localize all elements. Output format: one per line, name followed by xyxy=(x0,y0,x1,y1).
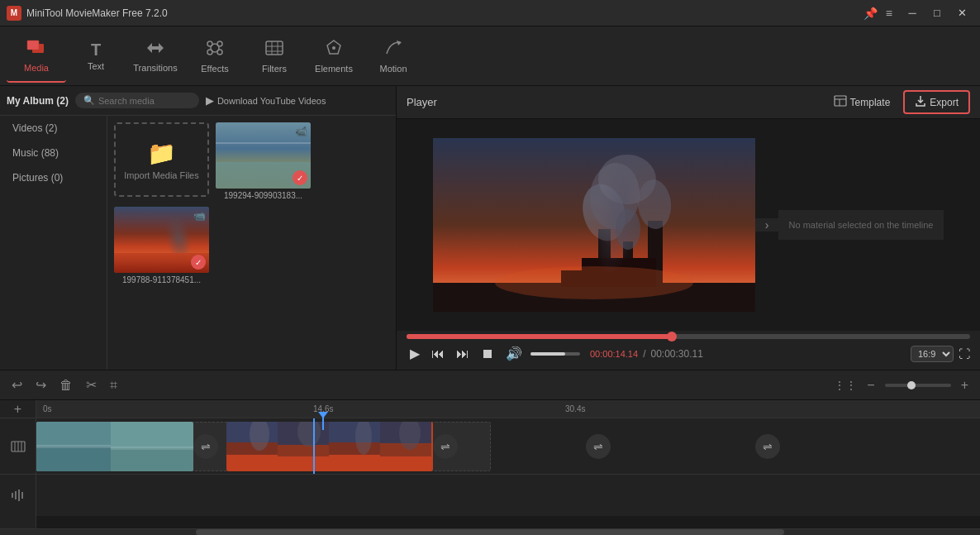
svg-rect-2 xyxy=(27,41,39,50)
app-title: MiniTool MovieMaker Free 7.2.0 xyxy=(26,7,168,19)
toolbar-item-media[interactable]: Media xyxy=(7,30,66,83)
zoom-thumb xyxy=(907,381,916,389)
toolbar-item-effects[interactable]: Effects xyxy=(185,30,245,83)
search-input[interactable] xyxy=(98,96,181,106)
content-area: Videos (2) Music (88) Pictures (0) 📁 Imp… xyxy=(0,116,396,370)
motion-icon xyxy=(383,39,403,60)
timeline-tracks: 0s 14.6s 30.4s xyxy=(36,400,980,528)
pin-icon[interactable]: 📌 xyxy=(863,7,878,20)
clip-fire-frame-1 xyxy=(226,422,278,471)
volume-control[interactable] xyxy=(530,352,580,356)
svg-point-7 xyxy=(217,50,222,55)
effects-icon xyxy=(205,39,225,60)
clip-water[interactable] xyxy=(36,422,193,471)
download-youtube-button[interactable]: ▶ Download YouTube Videos xyxy=(206,94,326,107)
add-track-button[interactable]: + xyxy=(0,400,36,418)
timeline: ↩ ↪ 🗑 ✂ ⌗ ⋮⋮ − + + xyxy=(0,370,980,535)
svg-rect-47 xyxy=(278,456,329,471)
minimize-button[interactable]: ─ xyxy=(901,4,924,22)
clip-fire-frame-3 xyxy=(329,422,380,471)
zoom-slider[interactable] xyxy=(885,384,951,387)
svg-rect-20 xyxy=(598,229,611,287)
sidebar-item-pictures[interactable]: Pictures (0) xyxy=(0,165,107,190)
svg-rect-21 xyxy=(623,241,633,287)
toolbar-item-elements[interactable]: Elements xyxy=(304,30,364,83)
check-badge-2: ✓ xyxy=(191,255,206,270)
volume-slider[interactable] xyxy=(530,352,580,356)
template-button[interactable]: Template xyxy=(827,92,897,112)
audio-track-icon xyxy=(0,475,36,516)
add-icon: + xyxy=(14,402,21,417)
zoom-in-button[interactable]: + xyxy=(956,375,973,396)
time-total: 00:00:30.11 xyxy=(650,348,702,360)
video-badge-2: 📹 xyxy=(193,210,206,222)
close-button[interactable]: ✕ xyxy=(950,4,973,22)
aspect-ratio-select[interactable]: 16:9 9:16 1:1 4:3 xyxy=(911,346,954,362)
undo-button[interactable]: ↩ xyxy=(7,374,27,396)
crop-button[interactable]: ⌗ xyxy=(105,375,122,396)
svg-rect-55 xyxy=(380,456,431,471)
export-icon xyxy=(915,95,926,109)
clip-fire-frame-4 xyxy=(380,422,431,471)
toolbar: Media T Text Transitions Effects xyxy=(0,26,980,86)
timeline-scrollbar[interactable] xyxy=(0,528,980,535)
video-frame xyxy=(433,138,755,312)
toolbar-item-filters[interactable]: Filters xyxy=(245,30,304,83)
template-icon xyxy=(834,95,847,109)
delete-button[interactable]: 🗑 xyxy=(55,375,78,396)
menu-icon[interactable]: ≡ xyxy=(881,7,897,20)
sidebar-item-videos[interactable]: Videos (2) xyxy=(0,116,107,141)
title-left: M MiniTool MovieMaker Free 7.2.0 xyxy=(7,6,168,21)
svg-point-26 xyxy=(616,208,640,250)
maximize-button[interactable]: □ xyxy=(925,4,949,22)
time-current: 00:00:14.14 xyxy=(590,349,638,359)
next-button[interactable]: ⏭ xyxy=(453,345,473,363)
scrollbar-thumb[interactable] xyxy=(196,529,784,535)
controls-row: ▶ ⏮ ⏭ ⏹ 🔊 00:00:14.14 / 00:00:30.11 xyxy=(407,344,970,363)
media-thumb-2[interactable]: 📹 ✓ 199788-911378451... xyxy=(114,207,209,284)
sidebar-item-music[interactable]: Music (88) xyxy=(0,141,107,165)
cut-button[interactable]: ✂ xyxy=(81,374,102,396)
clip-fire[interactable] xyxy=(226,422,433,471)
svg-point-5 xyxy=(217,41,222,46)
search-bar[interactable]: 🔍 xyxy=(75,93,199,108)
transition-button-1[interactable]: ⇌ xyxy=(193,434,218,459)
zoom-out-button[interactable]: − xyxy=(862,375,879,396)
clip-water-frame-1 xyxy=(36,422,111,471)
transition-button-4[interactable]: ⇌ xyxy=(755,434,780,459)
prev-button[interactable]: ⏮ xyxy=(428,345,448,363)
svg-point-4 xyxy=(207,41,212,46)
svg-point-30 xyxy=(495,266,693,299)
timeline-toolbar: ↩ ↪ 🗑 ✂ ⌗ ⋮⋮ − + xyxy=(0,370,980,400)
timeline-left-rail: + xyxy=(0,400,36,528)
side-panel-toggle[interactable]: › xyxy=(755,218,778,232)
mute-button[interactable]: 🔊 xyxy=(502,344,526,363)
time-ruler: 0s 14.6s 30.4s xyxy=(36,400,980,418)
chevron-right-icon: › xyxy=(765,218,769,232)
export-button[interactable]: Export xyxy=(903,90,970,114)
toolbar-item-text[interactable]: T Text xyxy=(66,30,126,83)
svg-rect-37 xyxy=(36,445,111,448)
transition-button-3[interactable]: ⇌ xyxy=(586,434,611,459)
stop-button[interactable]: ⏹ xyxy=(478,345,497,363)
redo-button[interactable]: ↪ xyxy=(31,374,51,396)
progress-bar[interactable] xyxy=(407,334,970,339)
svg-rect-51 xyxy=(329,455,380,471)
progress-fill xyxy=(407,334,672,339)
svg-point-14 xyxy=(332,46,335,50)
timeline-content: + 0s 14.6s 30.4s xyxy=(0,400,980,528)
toolbar-item-motion[interactable]: Motion xyxy=(364,30,423,83)
play-button[interactable]: ▶ xyxy=(407,344,423,363)
player-label: Player xyxy=(407,96,437,108)
toolbar-text-label: Text xyxy=(88,61,104,71)
import-label: Import Media Files xyxy=(124,170,198,180)
import-media-box[interactable]: 📁 Import Media Files xyxy=(114,122,209,197)
player-header: Player Template xyxy=(397,86,980,119)
search-icon: 🔍 xyxy=(83,95,95,106)
transition-button-2[interactable]: ⇌ xyxy=(433,434,458,459)
fullscreen-button[interactable]: ⛶ xyxy=(959,347,970,361)
media-thumb-1[interactable]: 📹 ✓ 199294-909903183... xyxy=(216,122,311,200)
toolbar-item-transitions[interactable]: Transitions xyxy=(126,30,185,83)
ruler-mark-2: 30.4s xyxy=(565,404,585,413)
toolbar-filters-label: Filters xyxy=(262,64,287,74)
